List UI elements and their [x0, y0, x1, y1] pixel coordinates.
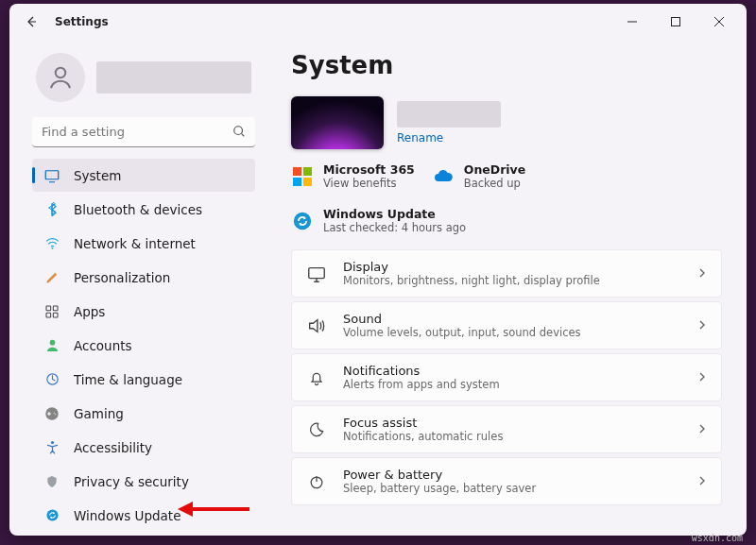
svg-point-4	[51, 247, 53, 249]
chevron-right-icon	[696, 316, 708, 334]
svg-rect-17	[303, 178, 312, 186]
card-sound[interactable]: Sound Volume levels, output, input, soun…	[291, 301, 722, 349]
profile[interactable]	[32, 47, 255, 115]
card-sub: Monitors, brightness, night light, displ…	[343, 274, 600, 287]
svg-point-9	[49, 340, 55, 346]
onedrive-icon	[432, 165, 455, 188]
bluetooth-icon	[43, 201, 60, 218]
bell-icon	[305, 366, 328, 389]
search-input[interactable]	[32, 117, 255, 147]
svg-point-13	[46, 509, 58, 520]
sidebar-item-label: Personalization	[74, 270, 170, 285]
sidebar-item-time-language[interactable]: Time & language	[32, 363, 255, 396]
titlebar: Settings	[9, 4, 747, 40]
close-button[interactable]	[697, 8, 741, 36]
sidebar-item-label: Time & language	[74, 372, 182, 387]
svg-rect-15	[303, 167, 312, 176]
sidebar-item-label: Privacy & security	[74, 474, 189, 489]
svg-rect-7	[46, 313, 51, 317]
card-sub: Notifications, automatic rules	[343, 430, 503, 443]
sidebar-item-label: Apps	[74, 304, 105, 319]
sidebar-item-gaming[interactable]: Gaming	[32, 397, 255, 430]
card-title: Notifications	[343, 364, 500, 378]
svg-point-12	[50, 441, 53, 444]
sidebar-item-label: Bluetooth & devices	[74, 202, 202, 217]
svg-point-1	[56, 68, 66, 78]
sidebar-item-accessibility[interactable]: Accessibility	[32, 431, 255, 464]
display-icon	[43, 167, 60, 184]
card-sub: Sleep, battery usage, battery saver	[343, 482, 536, 495]
back-button[interactable]	[15, 8, 47, 36]
moon-icon	[305, 418, 328, 441]
tile-title: Microsoft 365	[323, 162, 415, 177]
sidebar-item-label: Accessibility	[74, 440, 152, 455]
card-title: Focus assist	[343, 416, 503, 430]
chevron-right-icon	[696, 368, 708, 386]
card-title: Sound	[343, 312, 581, 326]
minimize-button[interactable]	[610, 8, 654, 36]
card-focus-assist[interactable]: Focus assist Notifications, automatic ru…	[291, 405, 722, 453]
account-icon	[43, 337, 60, 354]
search-icon	[232, 125, 246, 138]
card-notifications[interactable]: Notifications Alerts from apps and syste…	[291, 353, 722, 401]
maximize-button[interactable]	[654, 8, 697, 36]
svg-point-18	[294, 212, 311, 229]
sidebar-item-label: Accounts	[74, 338, 132, 353]
sidebar-item-apps[interactable]: Apps	[32, 295, 255, 328]
card-power-battery[interactable]: Power & battery Sleep, battery usage, ba…	[291, 457, 722, 505]
tile-sub: Last checked: 4 hours ago	[323, 221, 466, 234]
window-title: Settings	[55, 15, 109, 28]
tile-windows-update[interactable]: Windows Update Last checked: 4 hours ago	[291, 207, 466, 234]
tile-sub: View benefits	[323, 177, 415, 190]
tile-onedrive[interactable]: OneDrive Backed up	[432, 162, 545, 190]
chevron-right-icon	[696, 420, 708, 438]
profile-name-redacted	[96, 61, 251, 94]
search	[32, 117, 255, 147]
svg-rect-16	[293, 178, 301, 186]
settings-window: Settings System	[9, 4, 747, 536]
svg-rect-0	[672, 18, 680, 26]
sidebar-item-label: System	[74, 168, 121, 183]
chevron-right-icon	[696, 264, 708, 282]
chevron-right-icon	[696, 472, 708, 490]
shield-icon	[43, 473, 60, 490]
update-icon	[291, 210, 314, 232]
desktop-thumbnail[interactable]	[291, 96, 384, 149]
sidebar-item-label: Network & internet	[74, 236, 196, 251]
sidebar-item-system[interactable]: System	[32, 159, 255, 192]
nav: System Bluetooth & devices Network & int…	[32, 159, 255, 532]
sidebar-item-windows-update[interactable]: Windows Update	[32, 499, 255, 532]
arrow-left-icon	[24, 14, 39, 29]
sidebar-item-label: Gaming	[74, 406, 124, 421]
settings-cards: Display Monitors, brightness, night ligh…	[291, 249, 722, 505]
status-tiles: Microsoft 365 View benefits OneDrive Bac…	[291, 162, 722, 234]
tile-microsoft365[interactable]: Microsoft 365 View benefits	[291, 162, 415, 190]
card-sub: Alerts from apps and system	[343, 378, 500, 391]
sidebar-item-personalization[interactable]: Personalization	[32, 261, 255, 294]
globe-clock-icon	[43, 371, 60, 388]
svg-rect-5	[46, 306, 51, 311]
sidebar-item-bluetooth[interactable]: Bluetooth & devices	[32, 193, 255, 226]
minimize-icon	[627, 17, 637, 26]
maximize-icon	[671, 17, 680, 26]
sidebar-item-accounts[interactable]: Accounts	[32, 329, 255, 362]
paintbrush-icon	[43, 269, 60, 286]
sidebar-item-network[interactable]: Network & internet	[32, 227, 255, 260]
rename-link[interactable]: Rename	[397, 131, 501, 145]
watermark: wsxdn.com	[692, 533, 743, 543]
svg-rect-8	[53, 313, 58, 317]
tile-title: Windows Update	[323, 207, 466, 221]
sidebar-item-privacy[interactable]: Privacy & security	[32, 465, 255, 498]
sidebar-item-label: Windows Update	[74, 508, 180, 523]
card-title: Power & battery	[343, 468, 536, 482]
update-icon	[43, 507, 60, 524]
gaming-icon	[43, 405, 60, 422]
tile-sub: Backed up	[464, 177, 525, 190]
microsoft-logo-icon	[291, 165, 314, 188]
svg-rect-6	[53, 306, 58, 311]
device-name-redacted	[397, 101, 501, 128]
accessibility-icon	[43, 439, 60, 456]
card-display[interactable]: Display Monitors, brightness, night ligh…	[291, 249, 722, 298]
svg-rect-3	[45, 170, 59, 179]
page-heading: System	[291, 51, 722, 79]
